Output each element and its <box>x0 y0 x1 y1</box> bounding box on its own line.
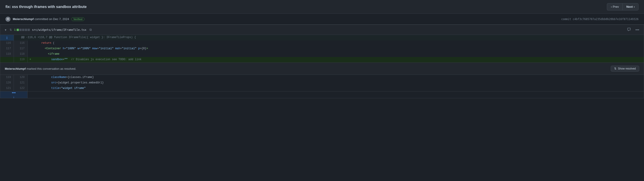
verified-badge: Verified <box>71 17 84 21</box>
commit-hash-area: commit c4bf3c7685787a235dbb0b20bb7e16f87… <box>561 17 638 21</box>
page-title: fix: xss through iframes with sandbox at… <box>6 5 87 9</box>
diff-line-121-122: 121 122 title="widget iframe" <box>0 86 644 91</box>
expand-cell: ••• ↓ <box>0 91 28 98</box>
show-resolved-label: Show resolved <box>618 67 636 70</box>
commit-hash[interactable]: c4bf3c7685787a235dbb0b20bb7e16f871149326 <box>573 18 638 21</box>
new-line-118: 118 <box>14 52 28 57</box>
new-line-117: 117 <box>14 46 28 52</box>
commit-bar: M Meierschlumpf committed on Dec 7, 2024… <box>0 14 644 25</box>
sign-117 <box>28 46 33 52</box>
diff-stats: 1 <box>14 28 30 32</box>
diff-line-117: 117 117 <Container h="100%" w="100%" maw… <box>0 46 644 52</box>
hunk-sign-cell <box>14 35 19 41</box>
sign-121 <box>28 86 33 91</box>
new-line-122: 122 <box>14 86 28 91</box>
diff-line-119-120: 119 120 className={classes.iframe} <box>0 75 644 80</box>
expand-row-bottom: ••• ↓ <box>0 91 644 98</box>
diff-line-120-121: 120 121 src={widget.properties.embedUrl} <box>0 80 644 86</box>
diff-line-116: 116 116 return ( <box>0 41 644 46</box>
diff-code-after: 119 120 className={classes.iframe} 120 1… <box>0 75 644 98</box>
sign-add-119: + <box>28 57 33 62</box>
content-119: className={classes.iframe} <box>33 75 644 80</box>
old-line-empty <box>0 57 14 62</box>
commit-info-left: M Meierschlumpf committed on Dec 7, 2024… <box>6 17 84 22</box>
content-118: <iframe <box>33 52 644 57</box>
expand-content <box>28 91 644 98</box>
copy-path-button[interactable]: ⧉ <box>88 27 93 32</box>
file-header-left: ▾ ⇅ 1 src/widgets/iframe/IFrameTile.tsx … <box>4 27 93 33</box>
move-icon: ⇅ <box>10 28 12 32</box>
sign-119 <box>28 75 33 80</box>
content-121: title="widget iframe" <box>33 86 644 91</box>
new-line-116: 116 <box>14 41 28 46</box>
file-header-right: ••• <box>626 27 640 33</box>
old-line-121: 121 <box>0 86 14 91</box>
sign-116 <box>28 41 33 46</box>
expand-dots-icon: ••• <box>12 91 16 95</box>
hunk-header-content: @@ -116,6 +116,7 @@ function IFrameTile(… <box>19 35 644 41</box>
expand-down-button[interactable]: ••• ↓ <box>12 91 16 99</box>
old-line-120: 120 <box>0 80 14 86</box>
commit-info: Meierschlumpf committed on Dec 7, 2024 <box>13 17 69 21</box>
commit-date: Dec 7, 2024 <box>53 17 69 21</box>
commit-action-text: committed on <box>34 17 53 21</box>
new-line-119: 119 <box>14 57 28 62</box>
page-header: fix: xss through iframes with sandbox at… <box>0 0 644 14</box>
additions-count: 1 <box>14 28 16 32</box>
expand-icon: ↕ <box>6 35 8 40</box>
old-line-116: 116 <box>0 41 14 46</box>
content-add-119: sandbox="" // Disables js execution see … <box>33 57 644 62</box>
new-line-121: 121 <box>14 80 28 86</box>
nav-buttons: ‹ Prev Next › <box>607 3 638 11</box>
file-path: src/widgets/iframe/IFrameTile.tsx <box>32 28 86 32</box>
content-117: <Container h="100%" w="100%" maw="initia… <box>33 46 644 52</box>
new-line-120: 120 <box>14 75 28 80</box>
hunk-expand-button[interactable]: ↕ <box>0 35 14 41</box>
diff-container: ▾ ⇅ 1 src/widgets/iframe/IFrameTile.tsx … <box>0 25 644 98</box>
old-line-119: 119 <box>0 75 14 80</box>
diff-line-add-119: 119 + sandbox="" // Disables js executio… <box>0 57 644 62</box>
sq-1 <box>16 29 19 31</box>
resolved-action: marked this conversation as resolved. <box>26 67 76 70</box>
diff-code: ↕ @@ -116,6 +116,7 @@ function IFrameTil… <box>0 35 644 62</box>
collapse-button[interactable]: ▾ <box>4 27 7 33</box>
resolved-bar: Meierschlumpf marked this conversation a… <box>0 62 644 75</box>
show-resolved-button[interactable]: ⇅ Show resolved <box>611 66 639 72</box>
sign-118 <box>28 52 33 57</box>
resolved-text: Meierschlumpf marked this conversation a… <box>5 67 76 70</box>
sq-2 <box>19 29 22 31</box>
old-line-118: 118 <box>0 52 14 57</box>
commit-hash-label: commit <box>561 18 573 21</box>
next-button[interactable]: Next › <box>622 3 638 11</box>
content-116: return ( <box>33 41 644 46</box>
chevron-right-icon: › <box>634 5 635 9</box>
resolved-author: Meierschlumpf <box>5 67 26 70</box>
old-line-117: 117 <box>0 46 14 52</box>
prev-button[interactable]: ‹ Prev <box>607 3 622 11</box>
sq-4 <box>25 29 27 31</box>
commit-author[interactable]: Meierschlumpf <box>13 17 34 21</box>
hunk-header-row: ↕ @@ -116,6 +116,7 @@ function IFrameTil… <box>0 35 644 41</box>
avatar: M <box>6 17 10 22</box>
sq-3 <box>22 29 24 31</box>
content-120: src={widget.properties.embedUrl} <box>33 80 644 86</box>
show-resolved-icon: ⇅ <box>614 67 616 70</box>
comment-button[interactable] <box>626 27 632 33</box>
sign-120 <box>28 80 33 86</box>
diff-squares <box>16 29 30 31</box>
chevron-left-icon: ‹ <box>611 5 612 9</box>
expand-arrow-down-icon: ↓ <box>13 95 14 99</box>
more-options-button[interactable]: ••• <box>634 27 640 33</box>
sq-5 <box>28 29 30 31</box>
file-header: ▾ ⇅ 1 src/widgets/iframe/IFrameTile.tsx … <box>0 25 644 35</box>
diff-line-118: 118 118 <iframe <box>0 52 644 57</box>
